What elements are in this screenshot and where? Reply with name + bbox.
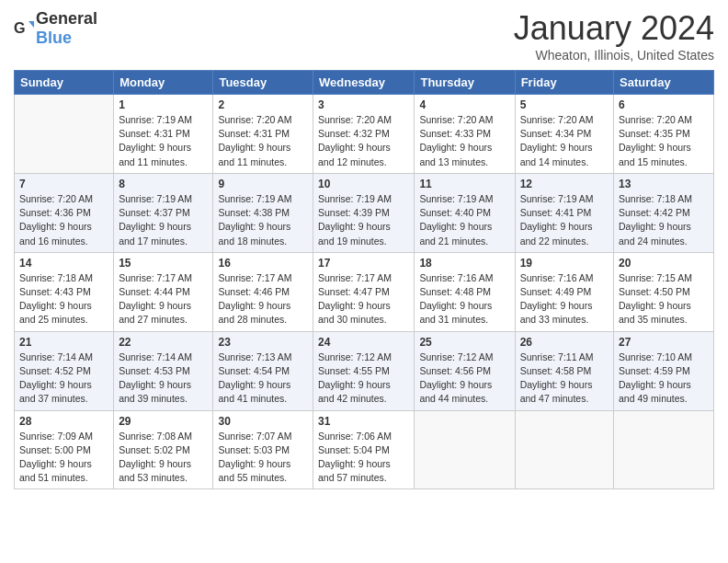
calendar-cell: 3Sunrise: 7:20 AMSunset: 4:32 PMDaylight…	[313, 95, 415, 174]
calendar-cell: 17Sunrise: 7:17 AMSunset: 4:47 PMDayligh…	[313, 252, 415, 331]
calendar-cell: 31Sunrise: 7:06 AMSunset: 5:04 PMDayligh…	[313, 410, 415, 489]
weekday-header-friday: Friday	[515, 71, 613, 95]
calendar-week-row: 14Sunrise: 7:18 AMSunset: 4:43 PMDayligh…	[15, 252, 714, 331]
calendar-cell: 26Sunrise: 7:11 AMSunset: 4:58 PMDayligh…	[515, 331, 613, 410]
calendar-cell: 8Sunrise: 7:19 AMSunset: 4:37 PMDaylight…	[114, 173, 213, 252]
calendar-cell: 13Sunrise: 7:18 AMSunset: 4:42 PMDayligh…	[614, 173, 714, 252]
calendar-cell: 14Sunrise: 7:18 AMSunset: 4:43 PMDayligh…	[15, 252, 114, 331]
calendar-cell	[415, 410, 515, 489]
weekday-header-sunday: Sunday	[15, 71, 114, 95]
calendar-cell: 2Sunrise: 7:20 AMSunset: 4:31 PMDaylight…	[213, 95, 313, 174]
calendar-week-row: 21Sunrise: 7:14 AMSunset: 4:52 PMDayligh…	[15, 331, 714, 410]
svg-text:G: G	[14, 19, 26, 36]
location-title: Wheaton, Illinois, United States	[514, 48, 714, 63]
calendar-cell: 27Sunrise: 7:10 AMSunset: 4:59 PMDayligh…	[614, 331, 714, 410]
day-info: Sunrise: 7:19 AMSunset: 4:31 PMDaylight:…	[119, 113, 208, 169]
day-number: 12	[520, 178, 609, 190]
day-info: Sunrise: 7:17 AMSunset: 4:46 PMDaylight:…	[218, 271, 308, 327]
calendar-week-row: 7Sunrise: 7:20 AMSunset: 4:36 PMDaylight…	[15, 173, 714, 252]
weekday-header-tuesday: Tuesday	[213, 71, 313, 95]
calendar-cell: 9Sunrise: 7:19 AMSunset: 4:38 PMDaylight…	[213, 173, 313, 252]
day-info: Sunrise: 7:19 AMSunset: 4:38 PMDaylight:…	[218, 192, 308, 248]
calendar-cell: 6Sunrise: 7:20 AMSunset: 4:35 PMDaylight…	[614, 95, 714, 174]
day-number: 30	[218, 415, 308, 428]
calendar-cell: 18Sunrise: 7:16 AMSunset: 4:48 PMDayligh…	[415, 252, 515, 331]
day-info: Sunrise: 7:19 AMSunset: 4:39 PMDaylight:…	[318, 192, 409, 248]
day-number: 22	[119, 336, 208, 349]
day-info: Sunrise: 7:18 AMSunset: 4:43 PMDaylight:…	[19, 271, 108, 327]
day-info: Sunrise: 7:17 AMSunset: 4:44 PMDaylight:…	[119, 271, 208, 327]
day-number: 1	[119, 98, 208, 111]
day-number: 11	[419, 178, 509, 190]
day-info: Sunrise: 7:16 AMSunset: 4:48 PMDaylight:…	[419, 271, 509, 327]
day-info: Sunrise: 7:18 AMSunset: 4:42 PMDaylight:…	[619, 192, 709, 248]
day-info: Sunrise: 7:12 AMSunset: 4:55 PMDaylight:…	[318, 350, 409, 407]
logo-text-blue: Blue	[36, 29, 72, 47]
calendar-cell: 21Sunrise: 7:14 AMSunset: 4:52 PMDayligh…	[15, 331, 114, 410]
day-info: Sunrise: 7:20 AMSunset: 4:32 PMDaylight:…	[318, 113, 409, 169]
day-info: Sunrise: 7:10 AMSunset: 4:59 PMDaylight:…	[619, 350, 709, 407]
calendar-cell: 10Sunrise: 7:19 AMSunset: 4:39 PMDayligh…	[313, 173, 415, 252]
day-info: Sunrise: 7:20 AMSunset: 4:34 PMDaylight:…	[520, 113, 609, 169]
weekday-header-saturday: Saturday	[614, 71, 714, 95]
month-title: January 2024	[514, 9, 714, 48]
day-info: Sunrise: 7:11 AMSunset: 4:58 PMDaylight:…	[520, 350, 609, 407]
calendar-cell: 25Sunrise: 7:12 AMSunset: 4:56 PMDayligh…	[415, 331, 515, 410]
day-info: Sunrise: 7:20 AMSunset: 4:36 PMDaylight:…	[19, 192, 108, 248]
day-info: Sunrise: 7:13 AMSunset: 4:54 PMDaylight:…	[218, 350, 308, 407]
day-info: Sunrise: 7:20 AMSunset: 4:35 PMDaylight:…	[619, 113, 709, 169]
calendar-cell: 20Sunrise: 7:15 AMSunset: 4:50 PMDayligh…	[614, 252, 714, 331]
calendar-cell: 15Sunrise: 7:17 AMSunset: 4:44 PMDayligh…	[114, 252, 213, 331]
day-number: 21	[19, 336, 108, 349]
day-info: Sunrise: 7:19 AMSunset: 4:37 PMDaylight:…	[119, 192, 208, 248]
day-number: 9	[218, 178, 308, 190]
day-number: 28	[19, 415, 108, 428]
weekday-header-row: SundayMondayTuesdayWednesdayThursdayFrid…	[15, 71, 714, 95]
day-info: Sunrise: 7:12 AMSunset: 4:56 PMDaylight:…	[419, 350, 509, 407]
day-number: 27	[619, 336, 709, 349]
calendar-cell: 22Sunrise: 7:14 AMSunset: 4:53 PMDayligh…	[114, 331, 213, 410]
day-number: 6	[619, 98, 709, 111]
day-info: Sunrise: 7:09 AMSunset: 5:00 PMDaylight:…	[19, 430, 108, 486]
day-info: Sunrise: 7:16 AMSunset: 4:49 PMDaylight:…	[520, 271, 609, 327]
day-number: 23	[218, 336, 308, 349]
weekday-header-wednesday: Wednesday	[313, 71, 415, 95]
day-number: 24	[318, 336, 409, 349]
page-header: G General Blue January 2024 Wheaton, Ill…	[14, 9, 714, 63]
day-info: Sunrise: 7:14 AMSunset: 4:52 PMDaylight:…	[19, 350, 108, 407]
calendar-cell: 5Sunrise: 7:20 AMSunset: 4:34 PMDaylight…	[515, 95, 613, 174]
day-number: 31	[318, 415, 409, 428]
calendar-cell: 30Sunrise: 7:07 AMSunset: 5:03 PMDayligh…	[213, 410, 313, 489]
day-number: 18	[419, 257, 509, 270]
day-info: Sunrise: 7:17 AMSunset: 4:47 PMDaylight:…	[318, 271, 409, 327]
day-number: 5	[520, 98, 609, 111]
day-number: 15	[119, 257, 208, 270]
day-info: Sunrise: 7:19 AMSunset: 4:41 PMDaylight:…	[520, 192, 609, 248]
day-info: Sunrise: 7:14 AMSunset: 4:53 PMDaylight:…	[119, 350, 208, 407]
calendar-week-row: 28Sunrise: 7:09 AMSunset: 5:00 PMDayligh…	[15, 410, 714, 489]
day-number: 3	[318, 98, 409, 111]
day-number: 8	[119, 178, 208, 190]
day-number: 14	[19, 257, 108, 270]
day-info: Sunrise: 7:15 AMSunset: 4:50 PMDaylight:…	[619, 271, 709, 327]
calendar-cell: 7Sunrise: 7:20 AMSunset: 4:36 PMDaylight…	[15, 173, 114, 252]
day-number: 25	[419, 336, 509, 349]
day-number: 7	[19, 178, 108, 190]
day-number: 10	[318, 178, 409, 190]
day-number: 2	[218, 98, 308, 111]
day-number: 4	[419, 98, 509, 111]
calendar-cell: 28Sunrise: 7:09 AMSunset: 5:00 PMDayligh…	[15, 410, 114, 489]
calendar-cell: 1Sunrise: 7:19 AMSunset: 4:31 PMDaylight…	[114, 95, 213, 174]
day-number: 20	[619, 257, 709, 270]
calendar-cell: 4Sunrise: 7:20 AMSunset: 4:33 PMDaylight…	[415, 95, 515, 174]
calendar-cell	[614, 410, 714, 489]
day-number: 17	[318, 257, 409, 270]
calendar-cell: 29Sunrise: 7:08 AMSunset: 5:02 PMDayligh…	[114, 410, 213, 489]
day-info: Sunrise: 7:06 AMSunset: 5:04 PMDaylight:…	[318, 430, 409, 486]
day-number: 26	[520, 336, 609, 349]
calendar-week-row: 1Sunrise: 7:19 AMSunset: 4:31 PMDaylight…	[15, 95, 714, 174]
logo: G General Blue	[14, 9, 97, 48]
weekday-header-monday: Monday	[114, 71, 213, 95]
day-info: Sunrise: 7:08 AMSunset: 5:02 PMDaylight:…	[119, 430, 208, 486]
calendar-cell: 24Sunrise: 7:12 AMSunset: 4:55 PMDayligh…	[313, 331, 415, 410]
